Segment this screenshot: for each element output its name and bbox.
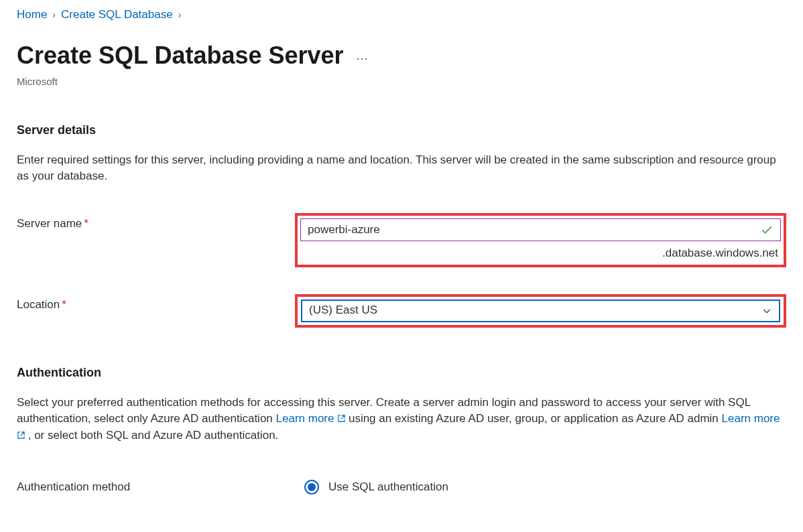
radio-selected-icon [308,483,316,491]
server-name-input[interactable] [308,223,760,237]
section-heading-server-details: Server details [17,121,786,139]
page-subtitle: Microsoft [17,74,786,89]
page-title: Create SQL Database Server [17,38,344,73]
highlight-annotation: (US) East US [295,294,786,328]
checkmark-icon [760,223,774,237]
breadcrumb-home[interactable]: Home [17,7,47,23]
location-select-value: (US) East US [309,302,377,319]
learn-more-link-1[interactable]: Learn more [276,412,346,425]
required-asterisk: * [84,217,88,230]
auth-method-label: Authentication method [17,479,295,496]
breadcrumb-create-sql-db[interactable]: Create SQL Database [61,7,173,23]
section-heading-authentication: Authentication [17,364,786,381]
required-asterisk: * [62,298,66,311]
external-link-icon [338,415,345,422]
authentication-description: Select your preferred authentication met… [17,395,786,444]
auth-method-radio-sql[interactable] [304,480,319,494]
highlight-annotation: .database.windows.net [295,213,786,267]
location-label: Location* [17,294,295,314]
breadcrumb: Home › Create SQL Database › [17,7,786,23]
auth-method-option-sql-label: Use SQL authentication [328,479,448,496]
chevron-right-icon: › [178,8,182,21]
server-name-suffix: .database.windows.net [300,241,781,262]
external-link-icon [17,431,25,439]
chevron-right-icon: › [52,8,56,21]
more-actions-button[interactable]: ⋯ [356,44,369,67]
chevron-down-icon [761,306,772,316]
server-name-input-wrap[interactable] [300,218,781,241]
server-name-label: Server name* [17,213,295,232]
server-details-description: Enter required settings for this server,… [17,152,786,185]
location-select[interactable]: (US) East US [301,300,780,322]
